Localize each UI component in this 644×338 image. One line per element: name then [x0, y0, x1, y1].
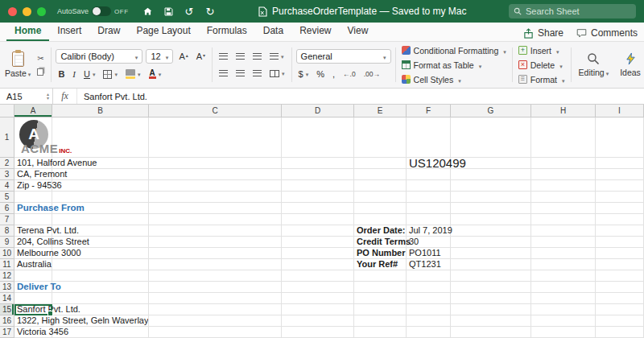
cell-G15[interactable] [451, 304, 531, 315]
cell-A15[interactable]: Sanfort Pvt. Ltd. [14, 304, 52, 315]
row-header-10[interactable]: 10 [0, 248, 14, 259]
cell-H7[interactable] [531, 214, 596, 225]
cell-D2[interactable] [282, 158, 354, 169]
column-header-C[interactable]: C [149, 105, 282, 117]
row-header-8[interactable]: 8 [0, 225, 14, 237]
cell-G12[interactable] [451, 270, 531, 282]
cell-H10[interactable] [531, 248, 596, 259]
font-size-select[interactable]: 12 [146, 49, 173, 64]
row-header-2[interactable]: 2 [0, 158, 14, 169]
cell-E11[interactable]: Your Ref# [354, 259, 407, 270]
cell-G11[interactable] [451, 259, 531, 270]
minimize-window-button[interactable] [23, 7, 31, 16]
cell-B12[interactable] [52, 270, 149, 282]
search-box[interactable]: Search Sheet [509, 4, 636, 19]
cell-C1[interactable] [149, 117, 282, 158]
cell-F4[interactable] [407, 180, 451, 192]
row-header-16[interactable]: 16 [0, 315, 14, 327]
row-header-3[interactable]: 3 [0, 169, 14, 180]
tab-formulas[interactable]: Formulas [199, 22, 255, 41]
cell-E1[interactable] [354, 117, 407, 158]
cell-D10[interactable] [282, 248, 354, 259]
cell-styles-button[interactable]: Cell Styles [400, 74, 508, 84]
cell-B4[interactable] [52, 180, 149, 192]
cell-A3[interactable]: CA, Fremont [14, 169, 52, 180]
cell-G6[interactable] [451, 203, 531, 214]
cell-D11[interactable] [282, 259, 354, 270]
column-header-E[interactable]: E [354, 105, 407, 117]
cell-I9[interactable] [596, 237, 644, 248]
cell-F13[interactable] [407, 282, 451, 293]
cell-A16[interactable]: 1322, High Street, Geln Waverlay [14, 315, 52, 327]
column-header-A[interactable]: A [14, 105, 52, 117]
cell-I6[interactable] [596, 203, 644, 214]
cell-E5[interactable] [354, 192, 407, 203]
decrease-font-size-button[interactable]: A [194, 50, 208, 64]
cell-F8[interactable]: Jul 7, 2019 [407, 225, 451, 237]
cell-D9[interactable] [282, 237, 354, 248]
cell-C12[interactable] [149, 270, 282, 282]
cell-C8[interactable] [149, 225, 282, 237]
cell-D5[interactable] [282, 192, 354, 203]
row-header-7[interactable]: 7 [0, 214, 14, 225]
cell-E15[interactable] [354, 304, 407, 315]
font-color-button[interactable]: A [147, 68, 164, 80]
cell-B7[interactable] [52, 214, 149, 225]
cell-H11[interactable] [531, 259, 596, 270]
row-header-15[interactable]: 15 [0, 304, 14, 315]
cell-F11[interactable]: QT1231 [407, 259, 451, 270]
number-format-select[interactable]: General [296, 49, 391, 64]
cell-F9[interactable]: 30 [407, 237, 451, 248]
cell-G8[interactable] [451, 225, 531, 237]
tab-data[interactable]: Data [255, 22, 291, 41]
row-header-4[interactable]: 4 [0, 180, 14, 192]
decrease-decimal-button[interactable]: .00→ [361, 68, 382, 80]
name-box[interactable]: A15 [0, 89, 53, 104]
cell-H6[interactable] [531, 203, 596, 214]
cell-I5[interactable] [596, 192, 644, 203]
cell-A10[interactable]: Melbourne 3000 [14, 248, 52, 259]
cell-A17[interactable]: Victoria 3456 [14, 327, 52, 338]
cell-B8[interactable] [52, 225, 149, 237]
cell-D14[interactable] [282, 293, 354, 304]
autosave-toggle[interactable]: AutoSave OFF [57, 6, 129, 16]
comments-button[interactable]: Comments [576, 27, 638, 39]
cell-D16[interactable] [282, 315, 354, 327]
cell-D8[interactable] [282, 225, 354, 237]
column-header-F[interactable]: F [407, 105, 451, 117]
cell-B14[interactable] [52, 293, 149, 304]
cell-D1[interactable] [282, 117, 354, 158]
bold-button[interactable]: B [56, 68, 67, 80]
wrap-text-button[interactable] [267, 50, 287, 63]
insert-cells-button[interactable]: Insert [517, 45, 567, 56]
cell-G2[interactable] [451, 158, 531, 169]
cell-A5[interactable] [14, 192, 52, 203]
cell-C15[interactable] [149, 304, 282, 315]
row-header-9[interactable]: 9 [0, 237, 14, 248]
cell-H15[interactable] [531, 304, 596, 315]
cell-H3[interactable] [531, 169, 596, 180]
cell-D17[interactable] [282, 327, 354, 338]
cell-A1[interactable] [14, 117, 52, 158]
cell-I7[interactable] [596, 214, 644, 225]
column-header-G[interactable]: G [451, 105, 531, 117]
cell-A9[interactable]: 204, Collins Street [14, 237, 52, 248]
close-window-button[interactable] [8, 7, 17, 16]
cell-F17[interactable] [407, 327, 451, 338]
cell-E12[interactable] [354, 270, 407, 282]
cell-G5[interactable] [451, 192, 531, 203]
cell-G13[interactable] [451, 282, 531, 293]
cell-F16[interactable] [407, 315, 451, 327]
cell-C5[interactable] [149, 192, 282, 203]
cell-G1[interactable] [451, 117, 531, 158]
cell-E8[interactable]: Order Date: [354, 225, 407, 237]
cut-button[interactable] [34, 52, 47, 64]
align-middle-button[interactable] [233, 52, 247, 60]
cell-G17[interactable] [451, 327, 531, 338]
cell-A13[interactable]: Deliver To [14, 282, 52, 293]
cell-G16[interactable] [451, 315, 531, 327]
cell-C16[interactable] [149, 315, 282, 327]
tab-page-layout[interactable]: Page Layout [128, 22, 198, 41]
cell-E13[interactable] [354, 282, 407, 293]
select-all-corner[interactable] [0, 105, 14, 117]
